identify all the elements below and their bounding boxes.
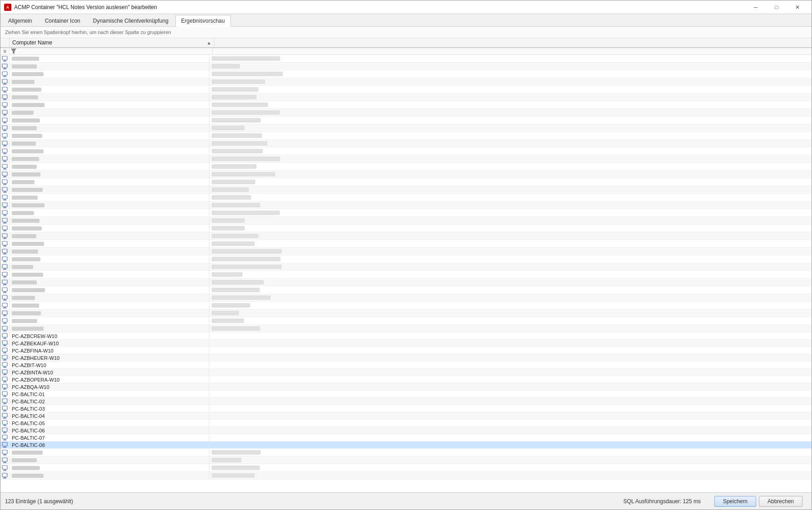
table-row[interactable] xyxy=(0,132,812,140)
table-row[interactable] xyxy=(0,55,812,63)
tab-ergebnis[interactable]: Ergebnisvorschau xyxy=(175,15,231,27)
svg-rect-27 xyxy=(3,123,7,123)
tab-dynamische[interactable]: Dynamische Clientverknüpfung xyxy=(87,15,174,26)
row-rest xyxy=(209,309,812,317)
row-name xyxy=(10,309,209,317)
table-row[interactable]: PC-AZBEKAUF-W10 xyxy=(0,340,812,347)
svg-rect-63 xyxy=(3,215,7,216)
data-table[interactable]: Computer Name ▲ ≡ xyxy=(0,38,812,492)
table-row[interactable] xyxy=(0,456,812,464)
row-icon xyxy=(0,317,10,324)
row-icon xyxy=(0,472,10,479)
table-row[interactable] xyxy=(0,63,812,70)
table-row[interactable]: PC-AZBCREW-W10 xyxy=(0,333,812,340)
table-row[interactable] xyxy=(0,302,812,309)
table-row[interactable] xyxy=(0,178,812,186)
row-rest xyxy=(209,178,812,186)
svg-rect-53 xyxy=(4,191,6,192)
sort-arrow: ▲ xyxy=(207,40,211,45)
table-row[interactable] xyxy=(0,70,812,78)
table-row[interactable] xyxy=(0,225,812,232)
table-row[interactable]: PC-BALTIC-02 xyxy=(0,398,812,405)
svg-rect-23 xyxy=(4,114,6,115)
table-row[interactable] xyxy=(0,171,812,178)
svg-rect-147 xyxy=(3,426,7,426)
table-row[interactable] xyxy=(0,209,812,217)
table-row[interactable] xyxy=(0,140,812,147)
table-row[interactable]: PC-BALTIC-04 xyxy=(0,412,812,420)
svg-rect-42 xyxy=(3,161,7,162)
table-row[interactable]: PC-BALTIC-07 xyxy=(0,434,812,441)
table-row[interactable] xyxy=(0,109,812,117)
save-button[interactable]: Speichern xyxy=(714,496,756,507)
table-row[interactable] xyxy=(0,449,812,456)
table-row[interactable] xyxy=(0,194,812,201)
row-rest xyxy=(209,78,812,85)
row-rest xyxy=(209,279,812,286)
svg-rect-134 xyxy=(4,396,6,397)
table-row[interactable]: PC-AZBOPERA-W10 xyxy=(0,376,812,383)
cancel-button[interactable]: Abbrechen xyxy=(759,496,802,507)
svg-rect-29 xyxy=(4,130,6,131)
table-row[interactable] xyxy=(0,124,812,132)
table-row[interactable] xyxy=(0,279,812,286)
table-row[interactable] xyxy=(0,317,812,325)
table-row[interactable] xyxy=(0,294,812,302)
table-row[interactable]: PC-BALTIC-01 xyxy=(0,391,812,398)
table-row[interactable] xyxy=(0,271,812,279)
svg-rect-77 xyxy=(4,253,6,254)
table-row[interactable]: PC-AZBHEUER-W10 xyxy=(0,354,812,362)
table-row[interactable]: PC-BALTIC-08 xyxy=(0,441,812,449)
table-row[interactable] xyxy=(0,93,812,101)
table-row[interactable] xyxy=(0,201,812,209)
table-row[interactable] xyxy=(0,240,812,248)
table-row[interactable]: PC-AZBIT-W10 xyxy=(0,362,812,369)
close-button[interactable]: ✕ xyxy=(787,0,808,14)
table-row[interactable]: PC-BALTIC-05 xyxy=(0,420,812,427)
table-row[interactable]: PC-AZBINTA-W10 xyxy=(0,369,812,376)
row-rest xyxy=(209,302,812,309)
table-row[interactable] xyxy=(0,155,812,163)
table-row[interactable] xyxy=(0,464,812,472)
table-row[interactable] xyxy=(0,248,812,255)
row-name: PC-BALTIC-08 xyxy=(10,441,209,448)
table-row[interactable] xyxy=(0,263,812,271)
row-name: PC-AZBEKAUF-W10 xyxy=(10,340,209,347)
table-row[interactable] xyxy=(0,286,812,294)
table-row[interactable] xyxy=(0,255,812,263)
table-row[interactable]: PC-BALTIC-06 xyxy=(0,427,812,434)
table-row[interactable] xyxy=(0,163,812,171)
svg-rect-21 xyxy=(3,107,7,108)
table-row[interactable] xyxy=(0,186,812,194)
minimize-button[interactable]: ─ xyxy=(745,0,766,14)
filter-input-cell[interactable] xyxy=(10,48,213,54)
table-row[interactable] xyxy=(0,78,812,86)
table-row[interactable] xyxy=(0,217,812,225)
table-row[interactable]: PC-AZBFINA-W10 xyxy=(0,347,812,354)
table-row[interactable] xyxy=(0,117,812,124)
svg-rect-93 xyxy=(3,292,7,293)
row-icon xyxy=(0,171,10,178)
tab-container-icon[interactable]: Container Icon xyxy=(39,15,86,26)
row-rest xyxy=(209,383,812,390)
name-column-header[interactable]: Computer Name ▲ xyxy=(10,38,214,47)
svg-rect-149 xyxy=(4,432,6,433)
table-row[interactable] xyxy=(0,472,812,480)
table-row[interactable] xyxy=(0,101,812,109)
table-row[interactable]: PC-BALTIC-03 xyxy=(0,405,812,412)
svg-rect-163 xyxy=(2,466,7,469)
table-row[interactable] xyxy=(0,309,812,317)
row-rest xyxy=(209,63,812,70)
table-row[interactable] xyxy=(0,86,812,93)
main-window: A ACMP Container "HCL Notes Version ausl… xyxy=(0,0,812,510)
maximize-button[interactable]: □ xyxy=(766,0,787,14)
table-row[interactable] xyxy=(0,325,812,333)
table-row[interactable] xyxy=(0,147,812,155)
table-row[interactable] xyxy=(0,232,812,240)
tab-allgemein[interactable]: Allgemein xyxy=(2,15,38,26)
svg-rect-166 xyxy=(2,473,7,477)
svg-rect-68 xyxy=(4,230,6,231)
svg-rect-137 xyxy=(4,403,6,404)
table-row[interactable]: PC-AZBQA-W10 xyxy=(0,383,812,391)
row-icon xyxy=(0,140,10,147)
